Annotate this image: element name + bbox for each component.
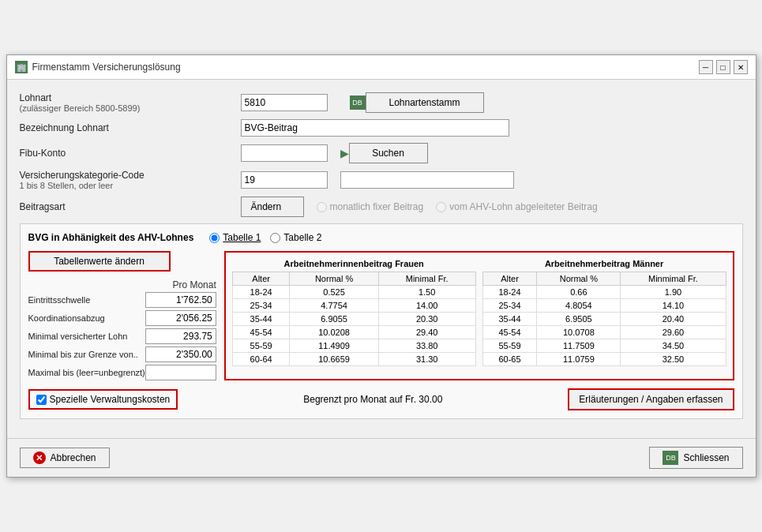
beitragsart-label: Beitragsart [20,201,241,212]
abbrechen-label: Abbrechen [51,452,96,463]
section-header: BVG in Abhänigkeit des AHV-Lohnes Tabell… [28,232,734,243]
suchen-button[interactable]: Suchen [349,143,428,163]
pm-label-3: Minimal bis zur Grenze von.. [28,350,145,359]
fibu-label: Fibu-Konto [20,148,241,159]
tabelle2-option: Tabelle 2 [270,232,321,243]
pm-entries: Eintrittsschwelle Koordinationsabzug Min… [28,292,216,380]
maximize-button[interactable]: □ [716,60,730,74]
maenner-col-normal: Normal % [537,272,621,286]
radio-ahv-lohn: vom AHV-Lohn abgeleiteter Beitrag [436,201,597,212]
frauen-col-alter: Alter [232,272,290,286]
maenner-table-row: 18-240.661.90 [482,286,726,299]
frauen-table-row: 60-6410.665931.30 [232,353,475,366]
pm-entry-2: Minimal versicherter Lohn [28,328,216,344]
pm-label-1: Koordinationsabzug [28,313,145,323]
pm-entry-4: Maximal bis (leer=unbegrenzt) [28,365,216,380]
tabelle1-option: Tabelle 1 [209,232,261,243]
frauen-table-row: 35-446.905520.30 [232,313,475,326]
main-window: 🏢 Firmenstamm Versicherungslösung ─ □ ✕ … [6,54,756,478]
maenner-table-section: Arbeitnehmerbeitrag Männer Alter Normal … [482,259,726,366]
schliessen-button[interactable]: DB Schliessen [649,447,742,469]
pm-input-3[interactable] [145,347,216,362]
bezeichnung-row: Bezeichnung Lohnart [20,119,743,137]
verskat-input[interactable] [241,171,328,189]
maenner-table-row: 55-5911.750934.50 [482,339,726,353]
maenner-table: Alter Normal % Minmimal Fr. 18-240.661.9… [482,272,726,366]
begrenzt-text: Begrenzt pro Monat auf Fr. 30.00 [186,394,560,405]
pm-input-4[interactable] [145,365,216,380]
beitragsart-row: Beitragsart Ändern monatlich fixer Beitr… [20,197,743,217]
bvg-section: BVG in Abhänigkeit des AHV-Lohnes Tabell… [20,223,743,419]
minimize-button[interactable]: ─ [699,60,713,74]
pm-label-2: Minimal versicherter Lohn [28,332,145,341]
suchen-icon: ▶ [340,147,349,159]
tabelle1-radio[interactable] [209,233,220,243]
footer: ✕ Abbrechen DB Schliessen [7,438,756,477]
frauen-table-row: 45-5410.020829.40 [232,326,475,339]
frauen-col-minimal: Minimal Fr. [378,272,475,286]
radio-fixer-beitrag: monatlich fixer Beitrag [317,201,424,212]
lohnart-row: Lohnart (zulässiger Bereich 5800-5899) D… [20,92,743,113]
tabellenwerte-button[interactable]: Tabellenwerte ändern [28,251,171,272]
lohnart-label: Lohnart (zulässiger Bereich 5800-5899) [20,92,241,113]
pm-label-4: Maximal bis (leer=unbegrenzt) [28,368,145,377]
main-content: Tabellenwerte ändern Pro Monat Eintritts… [28,251,734,380]
lohnart-input[interactable] [241,94,328,111]
verskat-row: Versicherungskategorie-Code 1 bis 8 Stel… [20,170,743,190]
title-bar: 🏢 Firmenstamm Versicherungslösung ─ □ ✕ [7,55,756,80]
maenner-table-row: 35-446.950520.40 [482,313,726,326]
fibu-row: Fibu-Konto ▶ Suchen [20,143,743,163]
pm-entry-1: Koordinationsabzug [28,310,216,326]
maenner-col-alter: Alter [482,272,537,286]
content-area: Lohnart (zulässiger Bereich 5800-5899) D… [7,80,756,432]
title-bar-left: 🏢 Firmenstamm Versicherungslösung [15,61,181,73]
radio-ahv-lohn-input[interactable] [436,202,446,212]
frauen-table-row: 25-344.775414.00 [232,299,475,313]
lohnartenstamm-icon: DB [350,96,366,110]
radio-fixer-beitrag-input[interactable] [317,202,327,212]
title-bar-controls: ─ □ ✕ [699,60,748,74]
maenner-col-minimal: Minmimal Fr. [621,272,726,286]
beitragsart-radio-group: monatlich fixer Beitrag vom AHV-Lohn abg… [317,201,598,212]
maenner-table-row: 25-344.805414.10 [482,299,726,313]
left-panel: Tabellenwerte ändern Pro Monat Eintritts… [28,251,216,380]
tabelle-radio-group: Tabelle 1 Tabelle 2 [209,232,321,243]
aendern-button[interactable]: Ändern [241,197,304,217]
pm-input-0[interactable] [145,292,216,308]
tables-container: Arbeitnehmerinnenbeitrag Frauen Alter No… [232,259,726,366]
bezeichnung-input[interactable] [241,119,509,137]
spezielle-label: Spezielle Verwaltungskosten [50,394,171,405]
pro-monat-header: Pro Monat [28,279,216,292]
tabelle2-radio[interactable] [270,233,280,243]
app-icon: 🏢 [15,61,28,73]
fibu-input[interactable] [241,144,328,162]
maenner-table-row: 45-5410.070829.60 [482,326,726,339]
bottom-bar: Spezielle Verwaltungskosten Begrenzt pro… [28,388,734,410]
window-title: Firmenstamm Versicherungslösung [32,62,181,73]
spezielle-checkbox[interactable] [36,395,47,405]
spezielle-checkbox-label[interactable]: Spezielle Verwaltungskosten [28,389,178,410]
frauen-col-normal: Normal % [290,272,378,286]
maenner-title: Arbeitnehmerbeitrag Männer [482,259,726,268]
right-panel: Arbeitnehmerinnenbeitrag Frauen Alter No… [224,251,734,380]
lohnartenstamm-button[interactable]: Lohnartenstamm [366,92,484,113]
frauen-table: Alter Normal % Minimal Fr. 18-240.5251.5… [232,272,476,366]
frauen-table-row: 18-240.5251.50 [232,286,475,299]
pm-input-2[interactable] [145,328,216,344]
pm-entry-3: Minimal bis zur Grenze von.. [28,347,216,362]
bezeichnung-label: Bezeichnung Lohnart [20,122,241,133]
erlaeuterungen-button[interactable]: Erläuterungen / Angaben erfassen [568,388,734,410]
schliessen-icon: DB [663,451,678,465]
verskat2-input[interactable] [340,171,514,189]
maenner-table-row: 60-6511.075932.50 [482,353,726,366]
verskat-label: Versicherungskategorie-Code 1 bis 8 Stel… [20,170,241,190]
schliessen-label: Schliessen [683,452,729,463]
tabelle1-link[interactable]: Tabelle 1 [223,232,261,243]
abbrechen-icon: ✕ [33,451,46,464]
section-title: BVG in Abhänigkeit des AHV-Lohnes [28,232,194,243]
pm-input-1[interactable] [145,310,216,326]
frauen-title: Arbeitnehmerinnenbeitrag Frauen [232,259,476,268]
pm-entry-0: Eintrittsschwelle [28,292,216,308]
close-button[interactable]: ✕ [734,60,748,74]
abbrechen-button[interactable]: ✕ Abbrechen [20,448,110,468]
